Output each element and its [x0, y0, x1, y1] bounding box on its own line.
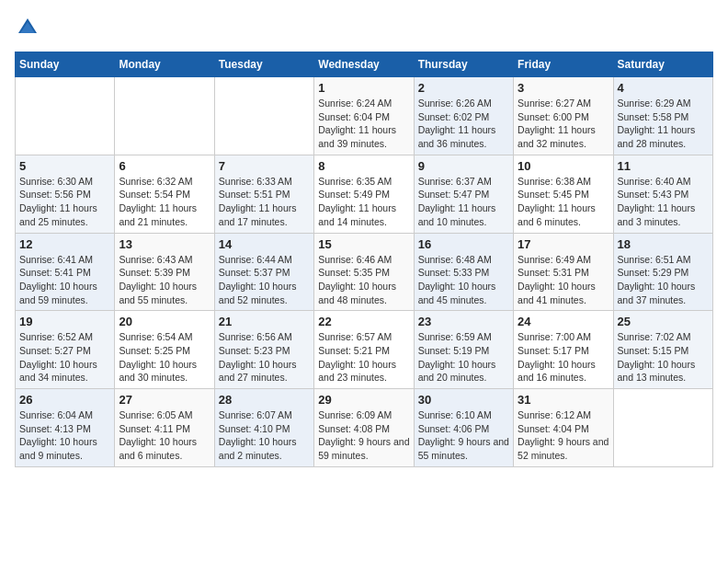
calendar-day-cell: 23Sunrise: 6:59 AMSunset: 5:19 PMDayligh…: [414, 311, 513, 389]
calendar-week-row: 19Sunrise: 6:52 AMSunset: 5:27 PMDayligh…: [16, 311, 713, 389]
calendar-day-cell: 27Sunrise: 6:05 AMSunset: 4:11 PMDayligh…: [115, 389, 214, 467]
day-number: 29: [318, 393, 409, 407]
day-number: 21: [219, 315, 310, 328]
weekday-header: Saturday: [613, 52, 712, 77]
day-info: Sunrise: 6:32 AMSunset: 5:54 PMDaylight:…: [119, 175, 210, 229]
day-number: 15: [318, 237, 409, 251]
calendar-day-cell: 9Sunrise: 6:37 AMSunset: 5:47 PMDaylight…: [414, 155, 513, 233]
calendar-day-cell: 28Sunrise: 6:07 AMSunset: 4:10 PMDayligh…: [214, 389, 313, 467]
day-info: Sunrise: 6:10 AMSunset: 4:06 PMDaylight:…: [418, 408, 509, 463]
weekday-header: Wednesday: [314, 52, 414, 77]
weekday-header: Sunday: [16, 52, 115, 77]
day-info: Sunrise: 6:48 AMSunset: 5:33 PMDaylight:…: [418, 253, 509, 307]
calendar-day-cell: [16, 77, 115, 155]
calendar-day-cell: 31Sunrise: 6:12 AMSunset: 4:04 PMDayligh…: [514, 389, 613, 467]
day-info: Sunrise: 6:35 AMSunset: 5:49 PMDaylight:…: [318, 175, 409, 229]
day-info: Sunrise: 6:52 AMSunset: 5:27 PMDaylight:…: [19, 330, 110, 385]
calendar-header-row: SundayMondayTuesdayWednesdayThursdayFrid…: [16, 52, 713, 77]
weekday-header: Friday: [514, 52, 613, 77]
day-info: Sunrise: 6:27 AMSunset: 6:00 PMDaylight:…: [518, 97, 609, 151]
calendar-day-cell: 26Sunrise: 6:04 AMSunset: 4:13 PMDayligh…: [16, 389, 115, 467]
day-info: Sunrise: 6:37 AMSunset: 5:47 PMDaylight:…: [418, 175, 509, 229]
day-number: 24: [518, 315, 609, 328]
weekday-header: Monday: [115, 52, 214, 77]
day-info: Sunrise: 6:56 AMSunset: 5:23 PMDaylight:…: [219, 330, 310, 385]
day-info: Sunrise: 6:59 AMSunset: 5:19 PMDaylight:…: [418, 330, 509, 385]
day-info: Sunrise: 6:12 AMSunset: 4:04 PMDaylight:…: [518, 408, 609, 463]
day-number: 6: [119, 159, 210, 173]
day-info: Sunrise: 6:33 AMSunset: 5:51 PMDaylight:…: [219, 175, 310, 229]
day-number: 1: [318, 81, 409, 95]
day-info: Sunrise: 6:30 AMSunset: 5:56 PMDaylight:…: [19, 175, 110, 229]
calendar-day-cell: 14Sunrise: 6:44 AMSunset: 5:37 PMDayligh…: [214, 233, 313, 311]
calendar-day-cell: 25Sunrise: 7:02 AMSunset: 5:15 PMDayligh…: [613, 311, 712, 389]
day-number: 12: [19, 237, 110, 251]
day-info: Sunrise: 6:41 AMSunset: 5:41 PMDaylight:…: [19, 253, 110, 307]
logo-icon: [15, 15, 40, 40]
day-info: Sunrise: 7:02 AMSunset: 5:15 PMDaylight:…: [618, 330, 709, 385]
day-info: Sunrise: 6:43 AMSunset: 5:39 PMDaylight:…: [119, 253, 210, 307]
day-number: 19: [19, 315, 110, 328]
day-number: 8: [318, 159, 409, 173]
calendar-day-cell: 3Sunrise: 6:27 AMSunset: 6:00 PMDaylight…: [514, 77, 613, 155]
calendar-day-cell: [214, 77, 313, 155]
day-number: 11: [618, 159, 709, 173]
day-info: Sunrise: 6:24 AMSunset: 6:04 PMDaylight:…: [318, 97, 409, 151]
day-number: 14: [219, 237, 310, 251]
day-info: Sunrise: 6:54 AMSunset: 5:25 PMDaylight:…: [119, 330, 210, 385]
day-info: Sunrise: 7:00 AMSunset: 5:17 PMDaylight:…: [518, 330, 609, 385]
day-number: 3: [518, 81, 609, 95]
calendar-day-cell: 8Sunrise: 6:35 AMSunset: 5:49 PMDaylight…: [314, 155, 414, 233]
day-number: 27: [119, 393, 210, 407]
calendar-day-cell: [115, 77, 214, 155]
day-number: 30: [418, 393, 509, 407]
day-info: Sunrise: 6:05 AMSunset: 4:11 PMDaylight:…: [119, 408, 210, 463]
calendar-week-row: 12Sunrise: 6:41 AMSunset: 5:41 PMDayligh…: [16, 233, 713, 311]
weekday-header: Thursday: [414, 52, 513, 77]
calendar-day-cell: 19Sunrise: 6:52 AMSunset: 5:27 PMDayligh…: [16, 311, 115, 389]
calendar-day-cell: 22Sunrise: 6:57 AMSunset: 5:21 PMDayligh…: [314, 311, 414, 389]
day-number: 5: [19, 159, 110, 173]
day-number: 26: [19, 393, 110, 407]
calendar-day-cell: [613, 389, 712, 467]
day-number: 22: [318, 315, 409, 328]
day-info: Sunrise: 6:57 AMSunset: 5:21 PMDaylight:…: [318, 330, 409, 385]
day-info: Sunrise: 6:04 AMSunset: 4:13 PMDaylight:…: [19, 408, 110, 463]
calendar-day-cell: 10Sunrise: 6:38 AMSunset: 5:45 PMDayligh…: [514, 155, 613, 233]
calendar-day-cell: 30Sunrise: 6:10 AMSunset: 4:06 PMDayligh…: [414, 389, 513, 467]
weekday-header: Tuesday: [214, 52, 313, 77]
day-info: Sunrise: 6:38 AMSunset: 5:45 PMDaylight:…: [518, 175, 609, 229]
calendar-day-cell: 2Sunrise: 6:26 AMSunset: 6:02 PMDaylight…: [414, 77, 513, 155]
day-info: Sunrise: 6:07 AMSunset: 4:10 PMDaylight:…: [219, 408, 310, 463]
calendar-table: SundayMondayTuesdayWednesdayThursdayFrid…: [15, 52, 713, 467]
calendar-day-cell: 24Sunrise: 7:00 AMSunset: 5:17 PMDayligh…: [514, 311, 613, 389]
day-info: Sunrise: 6:40 AMSunset: 5:43 PMDaylight:…: [618, 175, 709, 229]
calendar-day-cell: 29Sunrise: 6:09 AMSunset: 4:08 PMDayligh…: [314, 389, 414, 467]
day-info: Sunrise: 6:51 AMSunset: 5:29 PMDaylight:…: [618, 253, 709, 307]
day-number: 28: [219, 393, 310, 407]
calendar-day-cell: 13Sunrise: 6:43 AMSunset: 5:39 PMDayligh…: [115, 233, 214, 311]
calendar-day-cell: 12Sunrise: 6:41 AMSunset: 5:41 PMDayligh…: [16, 233, 115, 311]
day-info: Sunrise: 6:44 AMSunset: 5:37 PMDaylight:…: [219, 253, 310, 307]
day-number: 9: [418, 159, 509, 173]
calendar-day-cell: 11Sunrise: 6:40 AMSunset: 5:43 PMDayligh…: [613, 155, 712, 233]
day-number: 18: [618, 237, 709, 251]
day-number: 31: [518, 393, 609, 407]
calendar-day-cell: 5Sunrise: 6:30 AMSunset: 5:56 PMDaylight…: [16, 155, 115, 233]
calendar-week-row: 1Sunrise: 6:24 AMSunset: 6:04 PMDaylight…: [16, 77, 713, 155]
day-number: 16: [418, 237, 509, 251]
day-info: Sunrise: 6:26 AMSunset: 6:02 PMDaylight:…: [418, 97, 509, 151]
day-number: 13: [119, 237, 210, 251]
calendar-day-cell: 17Sunrise: 6:49 AMSunset: 5:31 PMDayligh…: [514, 233, 613, 311]
calendar-day-cell: 15Sunrise: 6:46 AMSunset: 5:35 PMDayligh…: [314, 233, 414, 311]
calendar-day-cell: 16Sunrise: 6:48 AMSunset: 5:33 PMDayligh…: [414, 233, 513, 311]
calendar-week-row: 26Sunrise: 6:04 AMSunset: 4:13 PMDayligh…: [16, 389, 713, 467]
calendar-day-cell: 20Sunrise: 6:54 AMSunset: 5:25 PMDayligh…: [115, 311, 214, 389]
calendar-day-cell: 1Sunrise: 6:24 AMSunset: 6:04 PMDaylight…: [314, 77, 414, 155]
page-header: [15, 15, 713, 40]
calendar-day-cell: 7Sunrise: 6:33 AMSunset: 5:51 PMDaylight…: [214, 155, 313, 233]
day-number: 2: [418, 81, 509, 95]
day-info: Sunrise: 6:29 AMSunset: 5:58 PMDaylight:…: [618, 97, 709, 151]
calendar-day-cell: 18Sunrise: 6:51 AMSunset: 5:29 PMDayligh…: [613, 233, 712, 311]
calendar-day-cell: 4Sunrise: 6:29 AMSunset: 5:58 PMDaylight…: [613, 77, 712, 155]
